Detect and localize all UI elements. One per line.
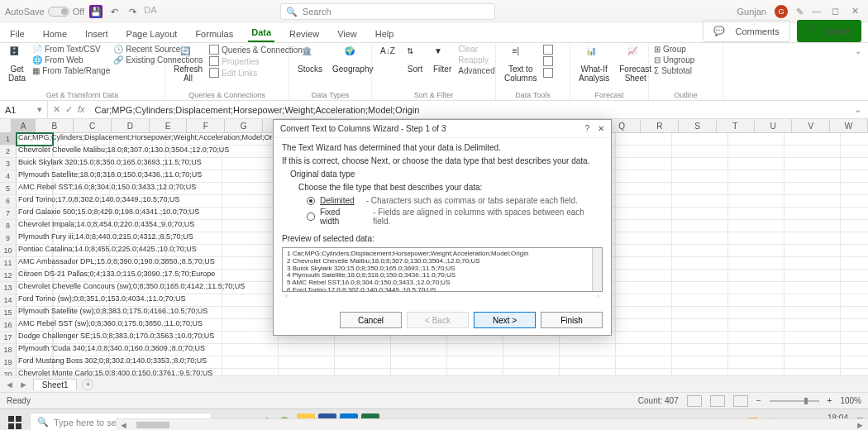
zoom-slider[interactable] (770, 400, 819, 402)
cell[interactable]: AMC Rebel SST (sw);0;8;360.0;175.0;3850.… (17, 319, 53, 332)
row-number[interactable]: 2 (0, 146, 17, 158)
filter-button[interactable]: ▼Filter (430, 45, 455, 75)
cancel-formula-icon[interactable]: ✕ (53, 104, 60, 115)
column-header[interactable]: T (717, 119, 755, 132)
minimize-icon[interactable]: — (812, 6, 823, 17)
user-avatar[interactable]: G (775, 5, 788, 18)
cell[interactable]: Plymouth Satellite;18.0;8;318.0;150.0;34… (17, 170, 53, 183)
geography-button[interactable]: 🌍Geography (329, 45, 376, 75)
search-box[interactable]: 🔍 Search (280, 3, 495, 20)
cell[interactable]: Car;MPG;Cylinders;Displacement;Horsepowe… (17, 133, 53, 146)
row-number[interactable]: 8 (0, 220, 17, 232)
select-all-corner[interactable] (0, 119, 12, 132)
tab-help[interactable]: Help (372, 26, 398, 42)
cell[interactable]: Chevrolet Chevelle Concours (sw);0;8;350… (17, 282, 53, 294)
row-number[interactable]: 17 (0, 332, 17, 344)
clear-filter[interactable]: Clear (458, 45, 494, 54)
fx-icon[interactable]: fx (78, 104, 85, 115)
cell[interactable]: Ford Torino (sw);0;8;351.0;153.0;4034.;1… (17, 294, 53, 307)
row-number[interactable]: 5 (0, 183, 17, 195)
column-header[interactable]: A (12, 119, 36, 132)
column-header[interactable]: E (150, 119, 188, 132)
row-number[interactable]: 10 (0, 245, 17, 257)
page-layout-view-icon[interactable] (710, 395, 725, 407)
preview-box[interactable]: 1 Car;MPG;Cylinders;Displacement;Horsepo… (282, 247, 603, 292)
name-box[interactable]: A1▾ (0, 101, 48, 118)
undo-icon[interactable]: ↶ (107, 5, 121, 18)
cell[interactable]: Plymouth Satellite (sw);0;8;383.0;175.0;… (17, 307, 53, 319)
tab-review[interactable]: Review (286, 26, 322, 42)
expand-formula-icon[interactable]: ⌄ (847, 104, 868, 115)
sort-az-button[interactable]: A↓Z (377, 45, 400, 64)
cell[interactable]: Chevrolet Impala;14.0;8;454.0;220.0;4354… (17, 220, 53, 232)
column-header[interactable]: G (225, 119, 263, 132)
row-number[interactable]: 1 (0, 133, 17, 146)
close-icon[interactable]: ✕ (598, 124, 604, 133)
row-number[interactable]: 11 (0, 257, 17, 270)
add-sheet-button[interactable]: + (82, 379, 93, 390)
enter-formula-icon[interactable]: ✓ (65, 104, 73, 115)
sheet-tab[interactable]: Sheet1 (33, 379, 78, 390)
share-button[interactable]: ⇪Share (797, 20, 861, 42)
comments-button[interactable]: 💬Comments (703, 20, 789, 42)
row-number[interactable]: 3 (0, 158, 17, 170)
row-number[interactable]: 13 (0, 282, 17, 294)
cell[interactable]: Chevrolet Monte Carlo;15.0;8;400.0;150.0… (17, 369, 53, 375)
column-header[interactable]: S (679, 119, 717, 132)
row-number[interactable]: 20 (0, 369, 17, 375)
table-row[interactable]: 20Chevrolet Monte Carlo;15.0;8;400.0;150… (0, 369, 868, 375)
column-header[interactable]: R (641, 119, 679, 132)
cell[interactable]: Chevrolet Chevelle Malibu;18.0;8;307.0;1… (17, 146, 53, 158)
row-number[interactable]: 6 (0, 195, 17, 208)
subtotal-button[interactable]: ΣSubtotal (654, 66, 694, 75)
zoom-out-icon[interactable]: − (756, 396, 761, 405)
stocks-button[interactable]: 🏛️Stocks (294, 45, 326, 75)
reapply-filter[interactable]: Reapply (458, 55, 494, 64)
tab-file[interactable]: File (7, 26, 28, 42)
maximize-icon[interactable]: ◻ (832, 6, 843, 17)
back-button[interactable]: < Back (407, 312, 469, 328)
redo-icon[interactable]: ↷ (126, 5, 139, 18)
cell[interactable]: Ford Mustang Boss 302;0;8;302.0;140.0;33… (17, 356, 53, 369)
cancel-button[interactable]: Cancel (340, 312, 402, 328)
column-header[interactable]: C (74, 119, 112, 132)
whatif-button[interactable]: 📊What-If Analysis (575, 45, 613, 84)
column-header[interactable]: D (112, 119, 150, 132)
preview-horizontal-scroll[interactable]: ‹› (282, 292, 603, 300)
help-icon[interactable]: ? (584, 124, 589, 133)
flash-fill[interactable] (543, 45, 553, 55)
scrollbar[interactable] (592, 248, 602, 291)
radio-fixed-width[interactable]: Fixed width - Fields are aligned in colu… (307, 208, 603, 226)
zoom-in-icon[interactable]: + (827, 396, 832, 405)
advanced-filter[interactable]: Advanced (458, 66, 494, 75)
from-text-csv[interactable]: 📄From Text/CSV (32, 45, 110, 54)
tab-data[interactable]: Data (248, 24, 274, 42)
ribbon-mode-icon[interactable]: ✎ (796, 7, 804, 17)
cell[interactable]: Ford Galaxie 500;15.0;8;429.0;198.0;4341… (17, 208, 53, 220)
cell[interactable]: Ford Torino;17.0;8;302.0;140.0;3449.;10.… (17, 195, 53, 208)
tab-home[interactable]: Home (40, 26, 70, 42)
ungroup-button[interactable]: ⊟Ungroup (654, 55, 694, 64)
start-button[interactable] (3, 413, 26, 431)
formula-input[interactable]: Car;MPG;Cylinders;Displacement;Horsepowe… (90, 105, 847, 115)
column-header[interactable]: F (187, 119, 225, 132)
tab-insert[interactable]: Insert (82, 26, 112, 42)
finish-button[interactable]: Finish (541, 312, 603, 328)
sheet-nav-next-icon[interactable]: ► (19, 380, 28, 389)
from-web[interactable]: 🌐From Web (32, 55, 110, 64)
tab-view[interactable]: View (334, 26, 360, 42)
row-number[interactable]: 16 (0, 319, 17, 332)
normal-view-icon[interactable] (687, 395, 702, 407)
column-header[interactable]: V (792, 119, 830, 132)
horizontal-scrollbar[interactable]: ◄► (116, 418, 868, 430)
page-break-view-icon[interactable] (733, 395, 748, 407)
column-header[interactable]: W (830, 119, 868, 132)
get-data-button[interactable]: 🗄️Get Data (5, 45, 29, 84)
autosave-toggle[interactable]: AutoSave Off (5, 7, 84, 17)
row-number[interactable]: 14 (0, 294, 17, 307)
close-icon[interactable]: ✕ (851, 6, 863, 17)
zoom-level[interactable]: 100% (840, 396, 861, 405)
column-header[interactable]: B (36, 119, 74, 132)
row-number[interactable]: 9 (0, 232, 17, 245)
cell[interactable]: Buick Skylark 320;15.0;8;350.0;165.0;369… (17, 158, 53, 170)
